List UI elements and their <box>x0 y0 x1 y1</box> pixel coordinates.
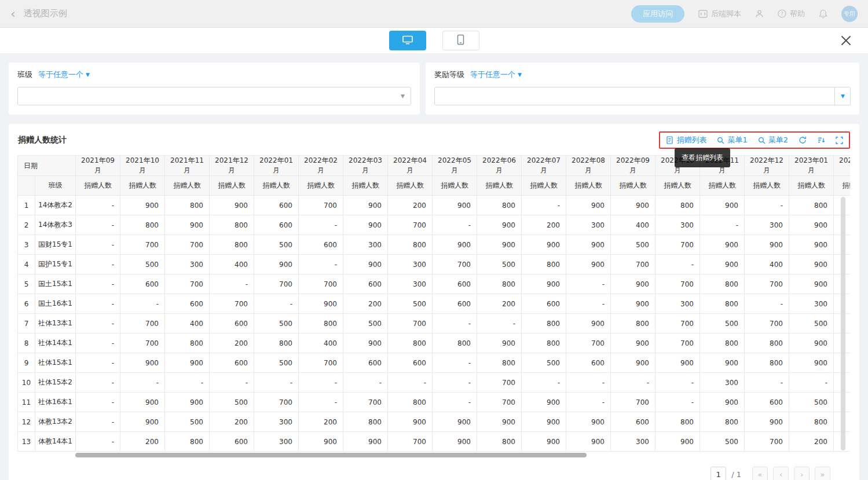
row-index-cell: 9 <box>18 353 35 373</box>
filter-operator-label: 等于任意一个 <box>470 69 515 80</box>
user-icon[interactable] <box>755 9 764 18</box>
help-button[interactable]: ? 帮助 <box>778 9 805 19</box>
measure-header: 捐赠人数 <box>611 176 655 196</box>
backend-script-button[interactable]: 后端脚本 <box>698 9 741 19</box>
value-cell: 800 <box>477 196 522 215</box>
value-cell: 300 <box>745 215 789 235</box>
value-cell: 800 <box>700 274 745 294</box>
value-cell: 800 <box>522 334 566 353</box>
topbar: ‹ 透视图示例 应用访问 后端脚本 ? 帮助 专用 <box>0 0 868 28</box>
measure-header: 捐赠人数 <box>210 176 254 196</box>
value-cell: - <box>299 255 343 274</box>
value-cell: 800 <box>299 314 343 334</box>
chevron-down-icon: ▼ <box>401 93 405 99</box>
avatar[interactable]: 专用 <box>841 6 858 22</box>
value-cell: - <box>120 373 165 393</box>
horizontal-scrollbar[interactable] <box>75 453 587 457</box>
prev-page-button[interactable]: ‹ <box>773 467 789 480</box>
class-filter-select[interactable]: ▼ <box>17 87 411 105</box>
value-cell: - <box>433 393 477 412</box>
value-cell: 800 <box>388 393 433 412</box>
value-cell: 600 <box>299 235 343 255</box>
back-icon[interactable]: ‹ <box>10 8 16 20</box>
last-page-button[interactable]: » <box>815 467 830 480</box>
value-cell: 800 <box>388 235 433 255</box>
vertical-scrollbar[interactable] <box>841 197 845 450</box>
value-cell: 500 <box>522 353 566 373</box>
fullscreen-icon[interactable] <box>836 137 843 144</box>
value-cell: 200 <box>789 432 834 452</box>
value-cell: - <box>433 314 477 334</box>
app-access-button[interactable]: 应用访问 <box>631 5 684 23</box>
value-cell: 500 <box>120 255 165 274</box>
device-toggle-bar <box>0 28 868 53</box>
mobile-preview-button[interactable] <box>442 31 479 50</box>
close-icon[interactable] <box>840 35 853 47</box>
menu2-button[interactable]: 菜单2 <box>758 135 788 145</box>
table-row: 8社体14本1-70080020080040090080080090080070… <box>18 334 851 353</box>
value-cell: 900 <box>700 255 745 274</box>
value-cell: 900 <box>165 353 210 373</box>
value-cell: - <box>522 373 566 393</box>
phone-icon <box>457 34 464 47</box>
value-cell: 700 <box>120 235 165 255</box>
value-cell: 300 <box>789 294 834 314</box>
value-cell: 400 <box>745 255 789 274</box>
value-cell: 900 <box>433 196 477 215</box>
value-cell: 900 <box>343 196 388 215</box>
first-page-button[interactable]: « <box>752 467 768 480</box>
row-index-cell: 12 <box>18 412 35 432</box>
sort-icon[interactable] <box>817 136 825 144</box>
value-cell: 900 <box>522 235 566 255</box>
donation-list-button[interactable]: 捐赠列表 <box>666 135 706 145</box>
value-cell: - <box>165 373 210 393</box>
value-cell: 900 <box>700 196 745 215</box>
value-cell: 200 <box>120 432 165 452</box>
value-cell: 600 <box>343 274 388 294</box>
filter-label: 班级 <box>17 69 32 80</box>
page-number-box[interactable]: 1 <box>710 467 726 480</box>
panel-toolbar-annotated: 捐赠列表 菜单1 菜单2 <box>659 131 850 149</box>
month-header: 2022年08月 <box>566 156 611 176</box>
page-title: 透视图示例 <box>24 8 67 19</box>
bell-icon[interactable] <box>819 9 827 19</box>
desktop-preview-button[interactable] <box>389 31 426 50</box>
document-icon <box>666 136 673 144</box>
filter-operator-dropdown[interactable]: 等于任意一个 ▼ <box>38 69 90 80</box>
row-index-cell: 6 <box>18 294 35 314</box>
value-cell: 800 <box>745 334 789 353</box>
value-cell: 900 <box>299 432 343 452</box>
value-cell: 900 <box>611 353 655 373</box>
value-cell: 700 <box>611 255 655 274</box>
value-cell: 700 <box>388 215 433 235</box>
value-cell: - <box>76 432 120 452</box>
value-cell: 600 <box>433 274 477 294</box>
value-cell: 900 <box>700 235 745 255</box>
reward-level-filter-select[interactable]: ▼ <box>434 87 851 105</box>
value-cell: - <box>76 294 120 314</box>
row-index-cell: 1 <box>18 196 35 215</box>
value-cell: 700 <box>343 393 388 412</box>
value-cell: 900 <box>745 235 789 255</box>
value-cell: 600 <box>210 314 254 334</box>
value-cell: 700 <box>120 334 165 353</box>
value-cell: - <box>299 215 343 235</box>
value-cell: 900 <box>522 393 566 412</box>
filter-operator-dropdown[interactable]: 等于任意一个 ▼ <box>470 69 522 80</box>
refresh-icon[interactable] <box>799 136 807 144</box>
value-cell: 700 <box>655 334 700 353</box>
next-page-button[interactable]: › <box>794 467 810 480</box>
value-cell: 900 <box>299 294 343 314</box>
donation-list-label: 捐赠列表 <box>676 135 706 145</box>
table-body: 114体教本2-900800900600700900200900800-9009… <box>18 196 851 452</box>
value-cell: 900 <box>120 393 165 412</box>
table-row: 6国土16本1--600700-900200500600200600-90030… <box>18 294 851 314</box>
value-cell: 800 <box>700 294 745 314</box>
value-cell: - <box>210 274 254 294</box>
value-cell: - <box>745 196 789 215</box>
value-cell: 800 <box>789 412 834 432</box>
month-header: 2022年07月 <box>522 156 566 176</box>
value-cell: - <box>76 412 120 432</box>
panel-title: 捐赠人数统计 <box>18 135 67 145</box>
menu1-button[interactable]: 菜单1 <box>717 135 747 145</box>
